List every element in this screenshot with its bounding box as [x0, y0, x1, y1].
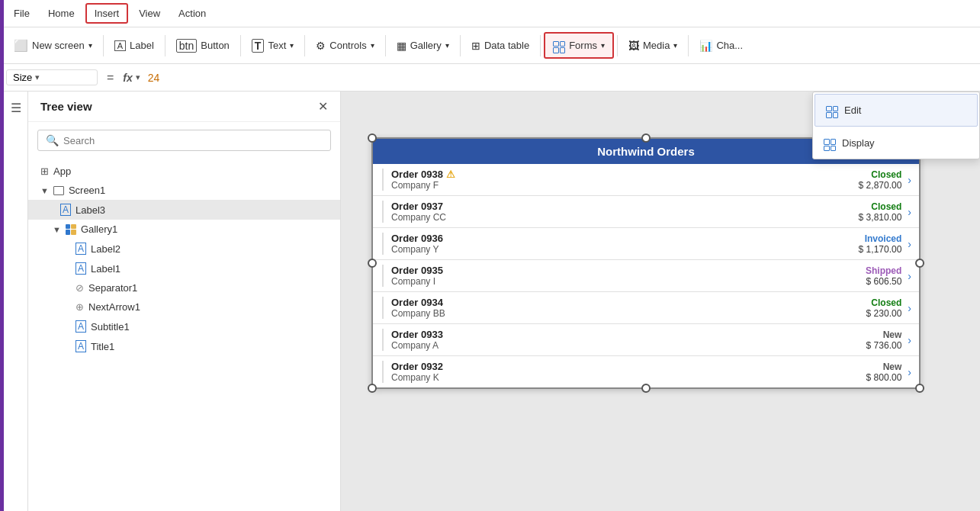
screen1-arrow: ▼: [40, 186, 49, 195]
gallery-button[interactable]: ▦ Gallery ▾: [389, 36, 457, 56]
handle-bm[interactable]: [641, 384, 651, 393]
row-chevron[interactable]: ›: [908, 270, 911, 282]
formula-selector-label: Size: [13, 72, 32, 83]
media-chevron: ▾: [673, 41, 677, 50]
formula-selector[interactable]: Size ▾: [6, 69, 98, 85]
handle-mr[interactable]: [915, 259, 924, 268]
row-chevron[interactable]: ›: [908, 238, 911, 250]
row-chevron[interactable]: ›: [908, 206, 911, 218]
forms-chevron: ▾: [601, 41, 605, 50]
handle-br[interactable]: [915, 384, 924, 393]
menu-insert[interactable]: Insert: [85, 3, 129, 24]
tree-item-nextarrow1[interactable]: ⊕ NextArrow1: [28, 297, 340, 317]
tree-item-label3[interactable]: A Label3: [28, 200, 340, 220]
formula-fx-label: fx: [123, 72, 132, 84]
menu-view[interactable]: View: [131, 5, 168, 22]
sidebar-toggle[interactable]: ☰: [4, 92, 28, 511]
gallery-row[interactable]: Order 0934 Company BB Closed $ 230.00 ›: [373, 292, 919, 324]
tree-item-label2[interactable]: A Label2: [28, 239, 340, 259]
forms-dropdown-display[interactable]: Display: [813, 128, 979, 159]
text-button[interactable]: T Text ▾: [244, 35, 301, 56]
controls-icon: ⚙: [316, 40, 326, 52]
tree-search-input[interactable]: [63, 135, 323, 146]
gallery-title: Northwind Orders: [597, 145, 695, 158]
label-button[interactable]: A Label: [107, 36, 162, 55]
menu-action[interactable]: Action: [171, 5, 214, 22]
search-icon: 🔍: [46, 134, 59, 146]
forms-dropdown-edit[interactable]: Edit: [815, 94, 978, 127]
data-table-button[interactable]: ⊞ Data table: [464, 36, 537, 56]
toolbar: ⬜ New screen ▾ A Label btn Button T Text…: [0, 27, 980, 64]
tree-item-subtitle1[interactable]: A Subtitle1: [28, 317, 340, 336]
tree-item-gallery1[interactable]: ▼ Gallery1: [28, 220, 340, 239]
title1-icon: A: [76, 340, 86, 352]
text-icon: T: [252, 39, 265, 53]
row-chevron[interactable]: ›: [908, 334, 911, 346]
row-main: Order 0935 Company I: [391, 265, 834, 287]
handle-ml[interactable]: [368, 259, 377, 268]
row-divider: [382, 361, 384, 383]
controls-button[interactable]: ⚙ Controls ▾: [308, 36, 381, 56]
row-amount: $ 230.00: [848, 308, 901, 319]
row-divider: [382, 233, 384, 255]
gallery-row[interactable]: Order 0937 Company CC Closed $ 3,810.00 …: [373, 196, 919, 228]
canvas-area[interactable]: Northwind Orders Order 0938 ⚠ Company F …: [341, 92, 980, 511]
forms-dropdown: Edit Display: [812, 92, 980, 159]
button-label: Button: [201, 40, 230, 51]
handle-bl[interactable]: [368, 384, 377, 393]
charts-label: Cha...: [716, 40, 743, 51]
toolbar-divider-2: [165, 35, 165, 56]
handle-tl[interactable]: [368, 133, 377, 143]
row-chevron[interactable]: ›: [908, 366, 911, 378]
toolbar-divider-1: [103, 35, 104, 56]
new-screen-label: New screen: [32, 40, 85, 51]
tree-item-screen1[interactable]: ▼ Screen1: [28, 181, 340, 200]
warn-icon: ⚠: [446, 169, 455, 180]
controls-chevron: ▾: [371, 41, 374, 50]
tree-item-separator1[interactable]: ⊘ Separator1: [28, 278, 340, 297]
row-order: Order 0932: [391, 361, 834, 372]
tree-close-button[interactable]: ✕: [318, 99, 328, 114]
toolbar-divider-9: [688, 35, 689, 56]
row-order: Order 0934: [391, 297, 834, 308]
new-screen-button[interactable]: ⬜ New screen ▾: [6, 35, 100, 56]
row-order: Order 0936: [391, 233, 834, 244]
row-main: Order 0933 Company A: [391, 329, 834, 351]
row-chevron[interactable]: ›: [908, 302, 911, 314]
gallery-row[interactable]: Order 0938 ⚠ Company F Closed $ 2,870.00…: [373, 164, 919, 196]
gallery-icon-tree: [66, 224, 76, 235]
tree-header: Tree view ✕: [28, 92, 340, 122]
menu-file[interactable]: File: [6, 5, 37, 22]
media-label: Media: [643, 40, 670, 51]
gallery-row[interactable]: Order 0936 Company Y Invoiced $ 1,170.00…: [373, 228, 919, 260]
row-main: Order 0936 Company Y: [391, 233, 834, 255]
tree-item-separator1-label: Separator1: [88, 282, 137, 294]
charts-button[interactable]: 📊 Cha...: [692, 36, 750, 56]
row-status-amount: Closed $ 2,870.00: [840, 169, 901, 191]
gallery-row[interactable]: Order 0933 Company A New $ 736.00 ›: [373, 324, 919, 356]
controls-label: Controls: [329, 40, 366, 51]
row-status: Closed: [852, 169, 901, 180]
media-button[interactable]: 🖼 Media ▾: [621, 36, 685, 56]
tree-item-app[interactable]: ⊞ App: [28, 162, 340, 181]
tree-item-title1[interactable]: A Title1: [28, 336, 340, 356]
button-button[interactable]: btn Button: [169, 35, 237, 56]
forms-edit-icon: [826, 102, 838, 118]
row-chevron[interactable]: ›: [908, 174, 911, 186]
text-chevron: ▾: [290, 41, 294, 50]
tree-item-label1[interactable]: A Label1: [28, 259, 340, 278]
formula-value: 24: [143, 72, 160, 84]
row-amount: $ 606.50: [848, 276, 901, 287]
button-icon: btn: [176, 39, 197, 53]
forms-icon: [553, 37, 565, 53]
row-status: New: [852, 329, 901, 340]
gallery-row[interactable]: Order 0932 Company K New $ 800.00 ›: [373, 356, 919, 387]
data-gallery-widget: Northwind Orders Order 0938 ⚠ Company F …: [371, 137, 921, 389]
menu-home[interactable]: Home: [40, 5, 82, 22]
gallery-row[interactable]: Order 0935 Company I Shipped $ 606.50 ›: [373, 260, 919, 292]
new-screen-chevron: ▾: [88, 41, 92, 50]
row-company: Company K: [391, 372, 834, 383]
toolbar-divider-7: [540, 35, 541, 56]
forms-button[interactable]: Forms ▾: [544, 32, 614, 59]
handle-tm[interactable]: [641, 133, 651, 143]
